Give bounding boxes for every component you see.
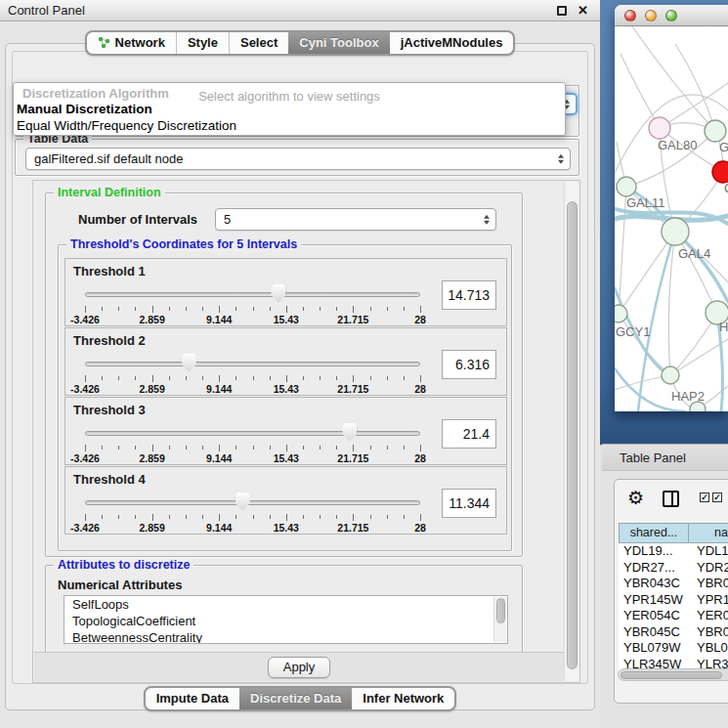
minimize-light[interactable]: [645, 10, 657, 21]
slider-tick: [387, 376, 388, 380]
network-node[interactable]: [705, 120, 726, 142]
threshold-title: Threshold 2: [73, 333, 146, 348]
table-horizontal-scrollbar[interactable]: [618, 668, 728, 681]
settings-scrollbar[interactable]: [564, 182, 578, 681]
attributes-scrollbar[interactable]: [493, 597, 506, 642]
attributes-group-label: Attributes to discretize: [54, 558, 193, 573]
table-cell: YBR045C: [619, 624, 689, 641]
select-columns-icon[interactable]: ✓: [700, 492, 709, 502]
slider-track[interactable]: [85, 500, 420, 505]
network-edge[interactable]: [621, 54, 660, 128]
network-node[interactable]: [615, 305, 627, 322]
table-column-header[interactable]: shared...: [619, 523, 689, 543]
tab-discretize-data[interactable]: Discretize Data: [239, 688, 352, 709]
threshold-value-field[interactable]: 11.344: [442, 489, 496, 518]
network-edge[interactable]: [619, 187, 626, 314]
attribute-item[interactable]: BetweennessCentrality: [64, 629, 507, 644]
network-edge[interactable]: [619, 232, 675, 314]
table-toolbar: ⚙ ✓ ✓: [615, 480, 728, 519]
table-cell: YDR27...: [619, 560, 689, 577]
table-row[interactable]: YBR043CYBR0: [619, 576, 728, 592]
node-attribute-table[interactable]: shared...na YDL19...YDL1YDR27...YDR2YBR0…: [619, 523, 728, 678]
slider-tick: [135, 376, 136, 380]
number-of-intervals-combobox[interactable]: 5: [215, 208, 496, 231]
slider-track[interactable]: [85, 292, 420, 297]
threshold-value-field[interactable]: 21.4: [442, 419, 496, 449]
zoom-light[interactable]: [665, 10, 677, 21]
tab-label: Select: [240, 35, 278, 50]
tab-select[interactable]: Select: [229, 32, 288, 54]
threshold-slider[interactable]: -3.4262.8599.14415.4321.71528: [75, 352, 430, 395]
network-node-label: GCY1: [616, 324, 650, 339]
slider-tick: [420, 306, 421, 313]
network-node[interactable]: [649, 117, 670, 139]
close-icon[interactable]: ✕: [578, 6, 588, 16]
table-cell: YPR1: [689, 592, 728, 609]
combo-stepper-icon: [558, 153, 564, 164]
network-node[interactable]: [712, 161, 728, 183]
slider-tick: [85, 306, 86, 313]
threshold-value-field[interactable]: 14.713: [442, 280, 496, 310]
table-row[interactable]: YPR145WYPR1: [619, 592, 728, 609]
tab-impute-data[interactable]: Impute Data: [146, 688, 239, 709]
threshold-title: Threshold 3: [73, 403, 146, 417]
attribute-item[interactable]: SelfLoops: [64, 596, 507, 613]
slider-thumb[interactable]: [182, 354, 196, 372]
table-column-header[interactable]: na: [689, 523, 728, 543]
combo-stepper-icon: [484, 214, 490, 225]
tab-jactivemnodules[interactable]: jActiveMNodules: [390, 32, 514, 54]
tab-label: Discretize Data: [250, 691, 341, 706]
algorithm-option[interactable]: Manual Discretization: [17, 102, 152, 116]
tab-style[interactable]: Style: [176, 32, 229, 54]
slider-thumb[interactable]: [236, 492, 250, 511]
table-cell: YDL1: [689, 543, 728, 560]
cyni-toolbox-panel: Discretization Algorithm Select algorith…: [5, 43, 595, 710]
network-canvas[interactable]: GAL80GACGAL11GAL4GCY1HHAP2: [615, 26, 728, 411]
close-light[interactable]: [624, 10, 636, 21]
slider-thumb[interactable]: [342, 423, 357, 442]
table-row[interactable]: YDR27...YDR2: [619, 560, 728, 577]
network-node[interactable]: [662, 366, 679, 384]
network-node[interactable]: [617, 177, 636, 196]
float-window-icon[interactable]: [557, 6, 567, 16]
network-edge[interactable]: [670, 339, 728, 375]
table-row[interactable]: YER054CYER0: [619, 608, 728, 624]
slider-tick-label: 2.859: [139, 314, 164, 325]
network-node-label: GAL80: [658, 138, 697, 152]
table-row[interactable]: YBR045CYBR0: [619, 624, 728, 641]
tab-network[interactable]: Network: [87, 32, 176, 54]
threshold-slider[interactable]: -3.4262.8599.14415.4321.71528: [75, 421, 430, 464]
algorithm-option[interactable]: Equal Width/Frequency Discretization: [17, 118, 236, 133]
slider-tick: [420, 375, 421, 382]
network-view-window: GAL80GACGAL11GAL4GCY1HHAP2: [615, 5, 728, 411]
threshold-slider[interactable]: -3.4262.8599.14415.4321.71528: [75, 491, 430, 534]
gear-icon[interactable]: ⚙: [627, 487, 644, 510]
tab-cyni-toolbox[interactable]: Cyni Toolbox: [288, 32, 389, 54]
slider-tick: [169, 307, 170, 311]
slider-tick: [336, 307, 337, 311]
slider-track[interactable]: [85, 431, 420, 436]
select-all-columns-icon[interactable]: ✓: [712, 492, 722, 502]
slider-track[interactable]: [85, 362, 420, 366]
network-node[interactable]: [662, 218, 689, 245]
column-layout-icon[interactable]: [663, 491, 679, 507]
table-row[interactable]: YDL19...YDL1: [619, 543, 728, 560]
apply-button[interactable]: Apply: [268, 657, 331, 678]
slider-tick-label: 21.715: [337, 314, 368, 325]
tab-infer-network[interactable]: Infer Network: [352, 688, 454, 709]
slider-tick-label: -3.426: [70, 522, 100, 534]
threshold-value-field[interactable]: 6.316: [442, 350, 496, 379]
table-row[interactable]: YBL079WYBL0: [619, 640, 728, 657]
threshold-slider[interactable]: -3.4262.8599.14415.4321.71528: [75, 282, 430, 325]
attribute-item[interactable]: TopologicalCoefficient: [64, 613, 507, 629]
slider-tick: [152, 445, 153, 451]
slider-tick: [186, 515, 187, 519]
network-edge[interactable]: [632, 26, 715, 131]
table-data-combobox[interactable]: galFiltered.sif default node: [25, 148, 571, 170]
numerical-attributes-list[interactable]: SelfLoopsTopologicalCoefficientBetweenne…: [64, 595, 508, 644]
slider-tick: [286, 514, 287, 521]
slider-tick: [135, 307, 136, 311]
slider-thumb[interactable]: [271, 284, 285, 303]
network-edge[interactable]: [675, 44, 715, 131]
slider-tick: [286, 445, 287, 451]
